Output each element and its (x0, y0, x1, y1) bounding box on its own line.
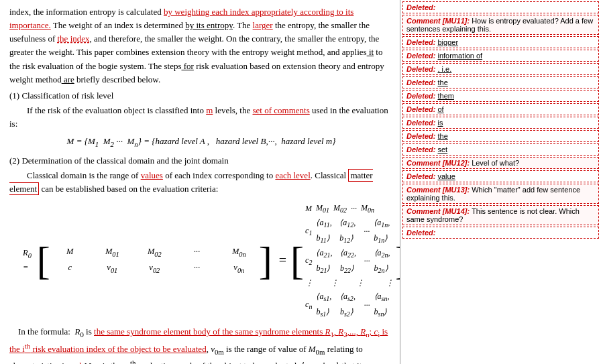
deleted-label-2: Deleted: (406, 38, 435, 46)
deleted-text-6: them (437, 92, 453, 100)
deleted-text-8: is (437, 119, 443, 127)
section-1-title: (1) Classification of risk level (9, 89, 393, 103)
main-content: index, the information entropy is calcul… (0, 0, 400, 364)
deleted-label-10: Deleted: (406, 145, 435, 154)
deleted-label-3: Deleted: (406, 52, 435, 60)
sidebar-deleted-2: Deleted: bigger (402, 36, 599, 48)
comment-label-mu14: Comment [MU14]: (406, 207, 470, 215)
formula-explanation: In the formula: R0 is the same syndrome … (9, 325, 393, 364)
deleted-label-5: Deleted: (406, 78, 435, 86)
deleted-text-5: the (437, 78, 447, 86)
sidebar-deleted-4: Deleted: , i.e. (402, 63, 599, 75)
comment-label-mu12: Comment [MU12]: (406, 159, 470, 167)
deleted-label-8: Deleted: (406, 119, 435, 127)
tracked-same-syndrome: the same syndrome element body of the sa… (9, 326, 388, 354)
deleted-label-11: Deleted: (406, 172, 435, 180)
tracked-change-2: by its entropy (185, 20, 233, 30)
sidebar-deleted-9: Deleted: the (402, 130, 599, 142)
sidebar-deleted-7: Deleted: of (402, 103, 599, 115)
tracked-matter: matter element (9, 169, 373, 195)
deleted-label-4: Deleted: (406, 65, 435, 73)
tracked-and: and (69, 361, 82, 364)
section-1-text: If the risk of the evaluation object is … (9, 104, 393, 131)
sidebar: Deleted: Comment [MU11]:How is entropy e… (400, 0, 601, 364)
sidebar-deleted-1: Deleted: (402, 1, 599, 13)
tracked-change-7: are (62, 74, 74, 84)
deleted-label-9: Deleted: (406, 132, 435, 140)
tracked-m: m (206, 105, 213, 115)
deleted-text-9: the (437, 132, 447, 140)
tracked-change-6: for (181, 61, 193, 71)
sidebar-comment-mu13: Comment [MU13]:Which "matter" add few se… (402, 184, 599, 204)
sidebar-comment-mu12: Comment [MU12]:Level of what? (402, 157, 599, 169)
sidebar-comment-mu14: Comment [MU14]:This sentence is not clea… (402, 205, 599, 225)
tracked-change-1: by weighting each index appropriately ac… (9, 7, 353, 30)
comment-text-mu12: Level of what? (472, 159, 519, 167)
sidebar-comment-mu11: Comment [MU11]:How is entropy evaluated?… (402, 15, 599, 35)
deleted-text-11: value (437, 172, 455, 180)
sidebar-deleted-6: Deleted: them (402, 90, 599, 102)
sidebar-deleted-12: Deleted: (402, 227, 599, 239)
tracked-change-5: it (367, 47, 374, 57)
sidebar-deleted-11: Deleted: value (402, 170, 599, 182)
tracked-each-level: each level (275, 170, 310, 180)
tracked-values: values (141, 170, 163, 180)
deleted-text-3: information of (437, 52, 482, 60)
sidebar-deleted-5: Deleted: the (402, 76, 599, 88)
matrix-formula: R0 = [ M M01 M02 ··· M0n c v01 v02 ··· v… (23, 201, 393, 320)
comment-label-mu11: Comment [MU11]: (406, 17, 470, 25)
deleted-text-4: , i.e. (437, 65, 451, 73)
tracked-change-4: the index (58, 34, 90, 44)
deleted-label-7: Deleted: (406, 105, 435, 113)
sidebar-deleted-10: Deleted: set (402, 143, 599, 156)
section-2-text: Classical domain is the range of values … (9, 169, 393, 196)
tracked-change-3: larger (253, 20, 273, 30)
deleted-text-7: of (437, 105, 443, 113)
formula-1: M = {M1 M2 ··· Mn} = {hazard level A , h… (9, 135, 393, 149)
section-2-title: (2) Determination of the classical domai… (9, 154, 393, 168)
deleted-label-12: Deleted: (406, 229, 435, 237)
deleted-text-10: set (437, 145, 447, 154)
comment-label-mu13: Comment [MU13]: (406, 186, 470, 194)
deleted-text-2: bigger (437, 38, 458, 46)
sidebar-deleted-3: Deleted: information of (402, 50, 599, 62)
deleted-label-6: Deleted: (406, 92, 435, 100)
matrix-r0-label: R0 = (23, 247, 32, 274)
deleted-label-1: Deleted: (406, 3, 435, 11)
tracked-set: set of comments (253, 105, 310, 115)
paragraph-1: index, the information entropy is calcul… (9, 5, 393, 86)
sidebar-deleted-8: Deleted: is (402, 117, 599, 129)
